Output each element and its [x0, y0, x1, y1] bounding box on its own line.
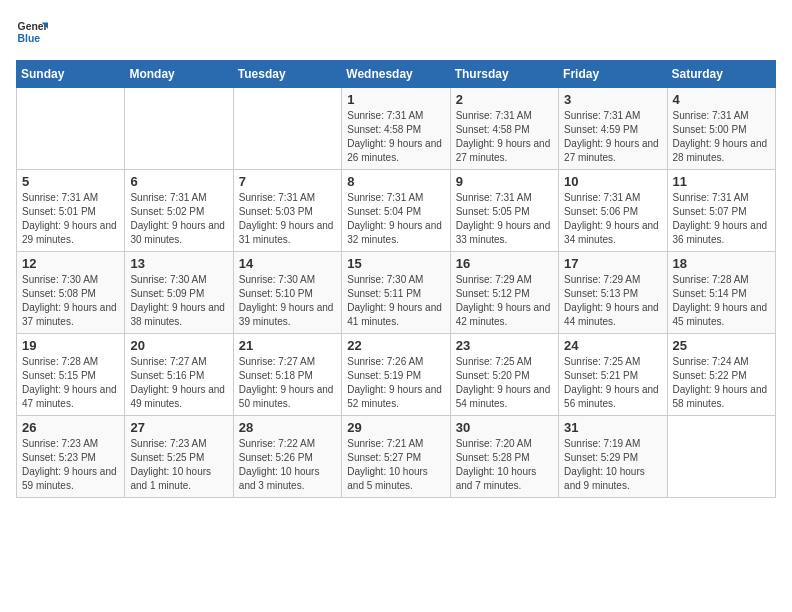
calendar-table: SundayMondayTuesdayWednesdayThursdayFrid…	[16, 60, 776, 498]
day-number: 4	[673, 92, 770, 107]
day-info: Sunrise: 7:27 AM Sunset: 5:16 PM Dayligh…	[130, 355, 227, 411]
day-info: Sunrise: 7:21 AM Sunset: 5:27 PM Dayligh…	[347, 437, 444, 493]
day-number: 12	[22, 256, 119, 271]
day-info: Sunrise: 7:28 AM Sunset: 5:14 PM Dayligh…	[673, 273, 770, 329]
day-info: Sunrise: 7:30 AM Sunset: 5:08 PM Dayligh…	[22, 273, 119, 329]
day-info: Sunrise: 7:30 AM Sunset: 5:09 PM Dayligh…	[130, 273, 227, 329]
calendar-cell: 5Sunrise: 7:31 AM Sunset: 5:01 PM Daylig…	[17, 170, 125, 252]
calendar-cell: 28Sunrise: 7:22 AM Sunset: 5:26 PM Dayli…	[233, 416, 341, 498]
day-info: Sunrise: 7:31 AM Sunset: 5:06 PM Dayligh…	[564, 191, 661, 247]
day-number: 30	[456, 420, 553, 435]
calendar-cell: 11Sunrise: 7:31 AM Sunset: 5:07 PM Dayli…	[667, 170, 775, 252]
calendar-cell: 21Sunrise: 7:27 AM Sunset: 5:18 PM Dayli…	[233, 334, 341, 416]
calendar-cell: 16Sunrise: 7:29 AM Sunset: 5:12 PM Dayli…	[450, 252, 558, 334]
day-info: Sunrise: 7:31 AM Sunset: 4:58 PM Dayligh…	[347, 109, 444, 165]
page-header: General Blue	[16, 16, 776, 48]
day-info: Sunrise: 7:31 AM Sunset: 5:02 PM Dayligh…	[130, 191, 227, 247]
day-info: Sunrise: 7:31 AM Sunset: 5:03 PM Dayligh…	[239, 191, 336, 247]
calendar-cell: 22Sunrise: 7:26 AM Sunset: 5:19 PM Dayli…	[342, 334, 450, 416]
day-info: Sunrise: 7:28 AM Sunset: 5:15 PM Dayligh…	[22, 355, 119, 411]
day-info: Sunrise: 7:27 AM Sunset: 5:18 PM Dayligh…	[239, 355, 336, 411]
day-number: 8	[347, 174, 444, 189]
weekday-header-thursday: Thursday	[450, 61, 558, 88]
day-number: 1	[347, 92, 444, 107]
day-info: Sunrise: 7:29 AM Sunset: 5:12 PM Dayligh…	[456, 273, 553, 329]
weekday-header-wednesday: Wednesday	[342, 61, 450, 88]
day-number: 22	[347, 338, 444, 353]
weekday-header-monday: Monday	[125, 61, 233, 88]
day-number: 28	[239, 420, 336, 435]
calendar-cell: 18Sunrise: 7:28 AM Sunset: 5:14 PM Dayli…	[667, 252, 775, 334]
day-info: Sunrise: 7:24 AM Sunset: 5:22 PM Dayligh…	[673, 355, 770, 411]
day-info: Sunrise: 7:31 AM Sunset: 5:04 PM Dayligh…	[347, 191, 444, 247]
calendar-cell: 30Sunrise: 7:20 AM Sunset: 5:28 PM Dayli…	[450, 416, 558, 498]
calendar-cell: 27Sunrise: 7:23 AM Sunset: 5:25 PM Dayli…	[125, 416, 233, 498]
day-number: 18	[673, 256, 770, 271]
calendar-cell	[233, 88, 341, 170]
day-info: Sunrise: 7:31 AM Sunset: 5:07 PM Dayligh…	[673, 191, 770, 247]
day-info: Sunrise: 7:31 AM Sunset: 5:00 PM Dayligh…	[673, 109, 770, 165]
calendar-cell: 24Sunrise: 7:25 AM Sunset: 5:21 PM Dayli…	[559, 334, 667, 416]
day-info: Sunrise: 7:31 AM Sunset: 4:59 PM Dayligh…	[564, 109, 661, 165]
day-info: Sunrise: 7:31 AM Sunset: 4:58 PM Dayligh…	[456, 109, 553, 165]
calendar-cell: 20Sunrise: 7:27 AM Sunset: 5:16 PM Dayli…	[125, 334, 233, 416]
weekday-header-saturday: Saturday	[667, 61, 775, 88]
day-number: 20	[130, 338, 227, 353]
calendar-cell: 12Sunrise: 7:30 AM Sunset: 5:08 PM Dayli…	[17, 252, 125, 334]
day-info: Sunrise: 7:25 AM Sunset: 5:20 PM Dayligh…	[456, 355, 553, 411]
day-info: Sunrise: 7:20 AM Sunset: 5:28 PM Dayligh…	[456, 437, 553, 493]
day-number: 5	[22, 174, 119, 189]
calendar-cell: 23Sunrise: 7:25 AM Sunset: 5:20 PM Dayli…	[450, 334, 558, 416]
day-number: 15	[347, 256, 444, 271]
calendar-cell: 3Sunrise: 7:31 AM Sunset: 4:59 PM Daylig…	[559, 88, 667, 170]
day-info: Sunrise: 7:22 AM Sunset: 5:26 PM Dayligh…	[239, 437, 336, 493]
day-number: 3	[564, 92, 661, 107]
svg-text:Blue: Blue	[18, 33, 41, 44]
day-info: Sunrise: 7:25 AM Sunset: 5:21 PM Dayligh…	[564, 355, 661, 411]
calendar-cell: 8Sunrise: 7:31 AM Sunset: 5:04 PM Daylig…	[342, 170, 450, 252]
day-info: Sunrise: 7:26 AM Sunset: 5:19 PM Dayligh…	[347, 355, 444, 411]
weekday-header-sunday: Sunday	[17, 61, 125, 88]
day-number: 7	[239, 174, 336, 189]
day-number: 27	[130, 420, 227, 435]
calendar-cell: 2Sunrise: 7:31 AM Sunset: 4:58 PM Daylig…	[450, 88, 558, 170]
day-number: 19	[22, 338, 119, 353]
calendar-cell: 25Sunrise: 7:24 AM Sunset: 5:22 PM Dayli…	[667, 334, 775, 416]
calendar-cell	[125, 88, 233, 170]
day-info: Sunrise: 7:29 AM Sunset: 5:13 PM Dayligh…	[564, 273, 661, 329]
calendar-cell: 13Sunrise: 7:30 AM Sunset: 5:09 PM Dayli…	[125, 252, 233, 334]
calendar-cell: 17Sunrise: 7:29 AM Sunset: 5:13 PM Dayli…	[559, 252, 667, 334]
calendar-cell: 31Sunrise: 7:19 AM Sunset: 5:29 PM Dayli…	[559, 416, 667, 498]
calendar-cell: 1Sunrise: 7:31 AM Sunset: 4:58 PM Daylig…	[342, 88, 450, 170]
calendar-cell: 26Sunrise: 7:23 AM Sunset: 5:23 PM Dayli…	[17, 416, 125, 498]
day-number: 11	[673, 174, 770, 189]
calendar-cell: 6Sunrise: 7:31 AM Sunset: 5:02 PM Daylig…	[125, 170, 233, 252]
day-number: 31	[564, 420, 661, 435]
day-info: Sunrise: 7:31 AM Sunset: 5:01 PM Dayligh…	[22, 191, 119, 247]
day-number: 16	[456, 256, 553, 271]
day-number: 21	[239, 338, 336, 353]
day-number: 24	[564, 338, 661, 353]
calendar-cell	[17, 88, 125, 170]
day-info: Sunrise: 7:23 AM Sunset: 5:25 PM Dayligh…	[130, 437, 227, 493]
weekday-header-tuesday: Tuesday	[233, 61, 341, 88]
day-number: 14	[239, 256, 336, 271]
day-number: 2	[456, 92, 553, 107]
day-number: 6	[130, 174, 227, 189]
calendar-cell: 19Sunrise: 7:28 AM Sunset: 5:15 PM Dayli…	[17, 334, 125, 416]
day-number: 9	[456, 174, 553, 189]
calendar-cell: 14Sunrise: 7:30 AM Sunset: 5:10 PM Dayli…	[233, 252, 341, 334]
day-number: 23	[456, 338, 553, 353]
logo: General Blue	[16, 16, 52, 48]
calendar-cell: 29Sunrise: 7:21 AM Sunset: 5:27 PM Dayli…	[342, 416, 450, 498]
day-number: 25	[673, 338, 770, 353]
calendar-cell: 9Sunrise: 7:31 AM Sunset: 5:05 PM Daylig…	[450, 170, 558, 252]
calendar-cell: 7Sunrise: 7:31 AM Sunset: 5:03 PM Daylig…	[233, 170, 341, 252]
day-info: Sunrise: 7:31 AM Sunset: 5:05 PM Dayligh…	[456, 191, 553, 247]
day-number: 29	[347, 420, 444, 435]
logo-icon: General Blue	[16, 16, 48, 48]
calendar-cell: 4Sunrise: 7:31 AM Sunset: 5:00 PM Daylig…	[667, 88, 775, 170]
calendar-cell	[667, 416, 775, 498]
day-info: Sunrise: 7:30 AM Sunset: 5:10 PM Dayligh…	[239, 273, 336, 329]
day-info: Sunrise: 7:19 AM Sunset: 5:29 PM Dayligh…	[564, 437, 661, 493]
